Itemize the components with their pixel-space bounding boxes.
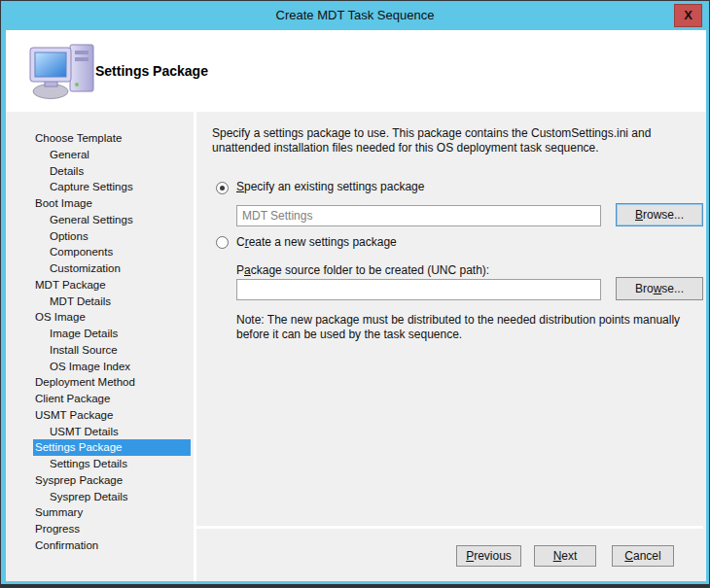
sidebar-item-summary[interactable]: Summary: [6, 504, 194, 521]
sidebar-item-general-settings[interactable]: General Settings: [6, 212, 194, 228]
sidebar-item-usmt-details[interactable]: USMT Details: [6, 424, 194, 440]
sidebar-item-progress[interactable]: Progress: [6, 521, 194, 537]
sidebar-item-mdt-package[interactable]: MDT Package: [6, 277, 194, 294]
radio-existing-package[interactable]: [216, 182, 229, 194]
browse-existing-button[interactable]: Browse...: [616, 203, 703, 226]
content-pane: Specify a settings package to use. This …: [196, 112, 706, 581]
sidebar-item-customization[interactable]: Customization: [6, 260, 194, 277]
radio-new-package-label[interactable]: Create a new settings package: [236, 235, 397, 249]
sidebar-item-sysprep-package[interactable]: Sysprep Package: [6, 472, 194, 489]
note-text: Note: The new package must be distribute…: [236, 313, 703, 341]
sidebar-item-sysprep-details[interactable]: Sysprep Details: [6, 489, 194, 505]
sidebar-item-usmt-package[interactable]: USMT Package: [6, 407, 194, 424]
wizard-body: Choose TemplateGeneralDetailsCapture Set…: [6, 112, 706, 581]
sidebar-item-confirmation[interactable]: Confirmation: [6, 537, 194, 554]
computer-icon: [27, 42, 101, 104]
page-title: Settings Package: [95, 63, 208, 79]
sidebar-item-os-image-index[interactable]: OS Image Index: [6, 359, 194, 375]
titlebar: Create MDT Task Sequence: [1, 1, 709, 30]
wizard-header: Settings Package: [6, 30, 706, 112]
cancel-button[interactable]: Cancel: [612, 545, 674, 567]
radio-new-package[interactable]: [216, 236, 229, 249]
sidebar-item-mdt-details[interactable]: MDT Details: [6, 294, 194, 310]
sidebar-item-details[interactable]: Details: [6, 163, 194, 180]
sidebar-item-os-image[interactable]: OS Image: [6, 309, 194, 326]
sidebar-item-general[interactable]: General: [6, 147, 194, 163]
next-button[interactable]: Next: [534, 545, 596, 567]
intro-text: Specify a settings package to use. This …: [212, 126, 698, 155]
sidebar-item-settings-details[interactable]: Settings Details: [6, 456, 194, 472]
unc-path-label: Package source folder to be created (UNC…: [236, 263, 489, 277]
sidebar-item-settings-package[interactable]: Settings Package: [33, 439, 191, 456]
sidebar-item-image-details[interactable]: Image Details: [6, 326, 194, 342]
browse-new-button[interactable]: Browse...: [616, 277, 703, 300]
sidebar-item-client-package[interactable]: Client Package: [6, 391, 194, 407]
close-button[interactable]: X: [674, 4, 702, 27]
sidebar-item-deployment-method[interactable]: Deployment Method: [6, 374, 194, 391]
footer-divider: [196, 526, 703, 529]
sidebar-item-options[interactable]: Options: [6, 228, 194, 245]
sidebar-item-capture-settings[interactable]: Capture Settings: [6, 179, 194, 195]
sidebar-item-boot-image[interactable]: Boot Image: [6, 195, 194, 212]
previous-button[interactable]: Previous: [456, 545, 521, 567]
new-package-field[interactable]: [236, 279, 601, 300]
sidebar-nav: Choose TemplateGeneralDetailsCapture Set…: [6, 112, 194, 581]
sidebar-item-install-source[interactable]: Install Source: [6, 342, 194, 359]
sidebar-item-choose-template[interactable]: Choose Template: [6, 130, 194, 147]
existing-package-field[interactable]: [236, 205, 601, 226]
sidebar-item-components[interactable]: Components: [6, 244, 194, 260]
close-icon: X: [684, 8, 692, 22]
wizard-window: Create MDT Task Sequence X: [0, 0, 710, 588]
window-title: Create MDT Task Sequence: [276, 8, 435, 22]
radio-existing-package-label[interactable]: Specify an existing settings package: [236, 180, 424, 193]
